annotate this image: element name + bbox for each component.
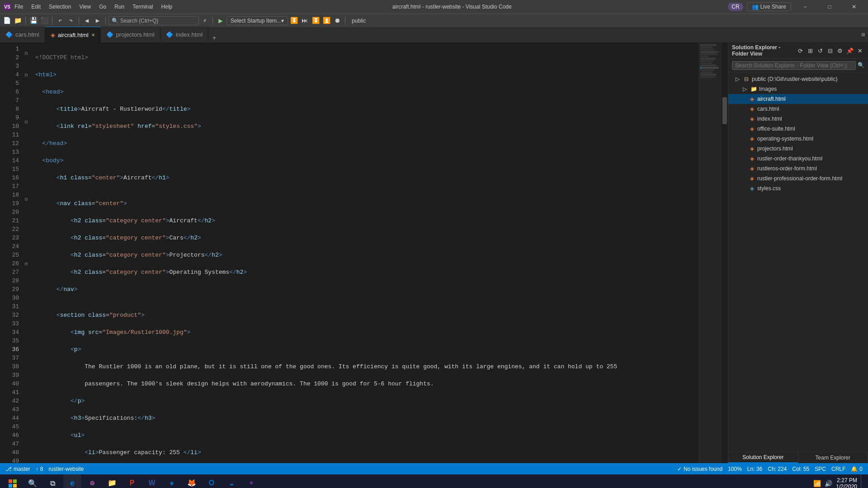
se-file-thankyou[interactable]: ◈ rustler-order-thankyou.html [728, 154, 868, 164]
tab-aircraft-html[interactable]: ◈ aircraft.html ✕ [45, 27, 101, 42]
new-file-btn[interactable]: 📄 [2, 16, 12, 26]
se-images-folder[interactable]: ▷ 📁 Images [728, 84, 868, 94]
taskbar-firefox[interactable]: 🦊 [183, 474, 201, 488]
status-ln[interactable]: Ln: 36 [747, 466, 762, 472]
taskbar-clock[interactable]: 2:27 PM 1/2/2020 [836, 477, 857, 488]
status-repo[interactable]: rustler-website [48, 466, 84, 472]
se-tab-solution-explorer[interactable]: Solution Explorer [728, 452, 798, 463]
se-file-index[interactable]: ◈ index.html [728, 114, 868, 124]
taskbar-edge[interactable]: e [63, 474, 81, 488]
minimize-button[interactable]: − [795, 0, 816, 14]
close-button[interactable]: ✕ [844, 0, 864, 14]
open-folder-btn[interactable]: 📁 [13, 16, 23, 26]
status-notifications[interactable]: 🔔 0 [851, 466, 863, 472]
startup-selector[interactable]: Select Startup Item... ▾ [226, 16, 288, 25]
menu-selection[interactable]: Selection [45, 3, 75, 11]
search-box[interactable]: 🔍 Search (Ctrl+Q) [108, 16, 199, 25]
status-line-ending[interactable]: CRLF [831, 466, 845, 472]
code-editor[interactable]: <!DOCTYPE html> <html> <head> <title>Air… [30, 43, 699, 463]
undo-btn[interactable]: ↶ [55, 16, 65, 26]
maximize-button[interactable]: □ [819, 0, 840, 14]
se-sync-btn[interactable]: ⟳ [796, 46, 805, 55]
branch-label[interactable]: public [348, 18, 369, 24]
se-refresh-btn[interactable]: ↺ [816, 46, 825, 55]
taskbar-onedrive[interactable]: ☁ [222, 474, 241, 488]
save-btn[interactable]: 💾 [28, 16, 38, 26]
taskbar-explorer[interactable]: 📁 [103, 474, 121, 488]
menu-file[interactable]: File [11, 3, 27, 11]
se-index-label: index.html [757, 116, 782, 122]
search-button[interactable]: 🔍 [24, 474, 42, 488]
vertical-scrollbar[interactable] [722, 43, 728, 463]
taskview-button[interactable]: ⧉ [43, 474, 61, 488]
se-settings-btn[interactable]: ⚙ [835, 46, 844, 55]
taskbar-vscode[interactable]: ◈ [163, 474, 181, 488]
se-file-css[interactable]: ◈ styles.css [728, 183, 868, 193]
taskbar-powerpoint[interactable]: P [123, 474, 141, 488]
status-encoding[interactable]: SPC [815, 466, 826, 472]
taskbar-outlook[interactable]: O [203, 474, 221, 488]
se-search-input[interactable] [732, 61, 856, 70]
status-branch[interactable]: ⎇ master [5, 466, 30, 472]
se-file-projectors[interactable]: ◈ projectors.html [728, 144, 868, 154]
se-file-office[interactable]: ◈ office-suite.html [728, 124, 868, 134]
se-close-btn[interactable]: ✕ [855, 46, 864, 55]
menu-help[interactable]: Help [158, 3, 176, 11]
breakpoint-btn[interactable]: ⏺ [332, 16, 342, 26]
se-root-item[interactable]: ▷ ⊟ public (D:\Git\rustler-website\publi… [728, 74, 868, 84]
tab-add-button[interactable]: + [208, 34, 220, 42]
start-button[interactable] [4, 474, 22, 488]
show-desktop-btn[interactable] [861, 474, 864, 488]
menu-terminal[interactable]: Terminal [129, 3, 156, 11]
se-file-cars[interactable]: ◈ cars.html [728, 104, 868, 114]
step-in-btn[interactable]: ⏬ [311, 16, 321, 26]
run-btn[interactable]: ▶ [216, 16, 226, 26]
tab-index-html[interactable]: 🔷 index.html [160, 27, 208, 42]
tab-cars-html[interactable]: 🔷 cars.html [0, 27, 45, 42]
se-file-prof[interactable]: ◈ rustler-professional-order-form.html [728, 174, 868, 183]
redo-btn[interactable]: ↷ [66, 16, 76, 26]
taskbar-word[interactable]: W [143, 474, 161, 488]
forward-btn[interactable]: ▶ [93, 16, 103, 26]
taskbar-vs[interactable]: ⊕ [83, 474, 101, 488]
se-tab-team-explorer[interactable]: Team Explorer [798, 452, 868, 463]
fold-7[interactable] [23, 88, 30, 96]
step-over-btn[interactable]: ⏭ [300, 16, 310, 26]
live-share-button[interactable]: 👥 Live Share [747, 2, 791, 11]
se-filter-btn[interactable]: ⊞ [806, 46, 815, 55]
fold-34[interactable]: ⊟ [23, 251, 30, 277]
menu-run[interactable]: Run [111, 3, 128, 11]
status-ch[interactable]: Ch: 224 [768, 466, 787, 472]
se-collapse-btn[interactable]: ⊟ [826, 46, 835, 55]
menu-go[interactable]: Go [95, 3, 110, 11]
status-sync[interactable]: ↑ 8 [36, 466, 43, 472]
status-zoom[interactable]: 100% [728, 466, 742, 472]
step-out-btn[interactable]: ⏫ [321, 16, 331, 26]
fold-36[interactable] [23, 277, 30, 285]
fold-3[interactable]: ⊟ [23, 62, 30, 88]
se-file-os[interactable]: ◈ operating-systems.html [728, 134, 868, 144]
debug-btn[interactable]: ⏬ [289, 16, 299, 26]
minimap[interactable] [699, 43, 722, 463]
editor-area[interactable]: 1 2 3 4 5 6 7 8 9 10 11 12 13 14 15 16 1… [0, 43, 728, 463]
fold-17[interactable]: ⊟ [23, 148, 30, 251]
taskbar-wifi[interactable]: 📶 [813, 480, 821, 487]
taskbar-app2[interactable]: ● [242, 474, 260, 488]
taskbar-volume[interactable]: 🔊 [825, 480, 832, 487]
search-icon: 🔍 [112, 18, 118, 24]
save-all-btn[interactable]: ⬛ [39, 16, 49, 26]
fold-2[interactable]: ⊟ [23, 45, 30, 62]
search-go-btn[interactable]: ⚡ [200, 16, 210, 26]
menu-view[interactable]: View [75, 3, 94, 11]
se-file-aircraft[interactable]: ◈ aircraft.html [728, 94, 868, 104]
tab-projectors-html[interactable]: 🔷 projectors.html [101, 27, 160, 42]
se-file-rustleros[interactable]: ◈ rustleros-order-form.html [728, 164, 868, 174]
status-col[interactable]: Col: 55 [792, 466, 809, 472]
se-pin-btn[interactable]: 📌 [845, 46, 854, 55]
split-editor-btn[interactable]: ⊞ [859, 27, 868, 42]
status-ready[interactable]: ✓ No issues found [677, 466, 722, 472]
back-btn[interactable]: ◀ [82, 16, 92, 26]
fold-10[interactable]: ⊟ [23, 96, 30, 148]
scrollbar-thumb[interactable] [722, 97, 727, 124]
menu-edit[interactable]: Edit [28, 3, 44, 11]
